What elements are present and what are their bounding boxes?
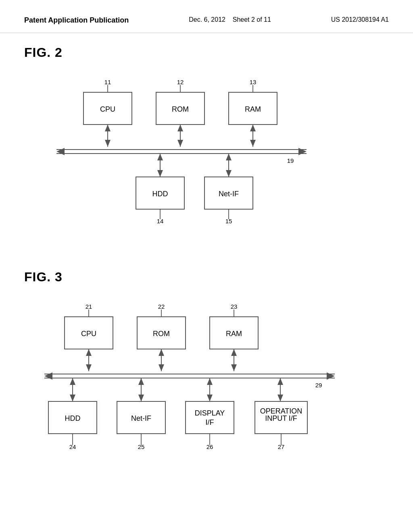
ref-19: 19	[287, 157, 294, 164]
ref-21: 21	[86, 303, 92, 310]
operation-if-label: OPERATION	[260, 407, 302, 415]
fig3-title: FIG. 3	[24, 270, 389, 285]
ram-label: RAM	[245, 105, 261, 113]
ref-22: 22	[158, 303, 165, 310]
svg-marker-51	[277, 395, 283, 401]
hdd-label: HDD	[152, 190, 168, 198]
display-if-box	[186, 401, 234, 434]
main-content: FIG. 2 11 12 13 CPU ROM RAM	[0, 33, 413, 514]
svg-marker-5	[105, 140, 111, 147]
svg-marker-39	[327, 372, 335, 380]
svg-marker-7	[177, 125, 183, 131]
svg-marker-17	[157, 154, 163, 160]
svg-marker-14	[56, 148, 65, 155]
rom-label: ROM	[172, 105, 189, 113]
fig2-diagram: 11 12 13 CPU ROM RAM	[24, 72, 327, 245]
svg-marker-29	[86, 364, 92, 371]
ref-29: 29	[315, 382, 322, 389]
fig3-diagram: 21 22 23 CPU ROM RAM	[24, 297, 367, 478]
svg-marker-48	[207, 395, 213, 401]
cpu-label-3: CPU	[81, 330, 96, 338]
fig2-title: FIG. 2	[24, 45, 389, 60]
svg-marker-38	[44, 372, 52, 380]
publication-number: US 2012/308194 A1	[331, 16, 389, 23]
svg-marker-18	[157, 170, 163, 177]
svg-marker-32	[159, 364, 164, 371]
svg-marker-4	[105, 125, 111, 131]
ram-label-3: RAM	[226, 330, 242, 338]
svg-marker-10	[250, 125, 256, 131]
svg-marker-20	[226, 154, 232, 160]
svg-marker-21	[226, 170, 232, 177]
ref-12: 12	[177, 79, 184, 85]
svg-marker-47	[207, 378, 213, 385]
svg-marker-15	[298, 148, 307, 155]
rom-label-3: ROM	[153, 330, 170, 338]
ref-23: 23	[231, 303, 238, 310]
svg-marker-50	[277, 378, 283, 385]
svg-marker-11	[250, 140, 256, 147]
operation-if-label2: INPUT I/F	[265, 414, 297, 422]
svg-marker-31	[159, 349, 164, 356]
svg-marker-42	[70, 395, 75, 401]
ref-11: 11	[104, 79, 111, 85]
display-if-label2: I/F	[206, 418, 214, 426]
cpu-label: CPU	[100, 105, 115, 113]
svg-marker-45	[138, 395, 144, 401]
sheet-number: Sheet 2 of 11	[233, 16, 271, 23]
svg-marker-8	[177, 140, 183, 147]
svg-marker-34	[231, 349, 237, 356]
netif-label-3: Net-IF	[131, 414, 151, 422]
figure-3: FIG. 3 21 22 23 CPU ROM RAM	[24, 270, 389, 478]
hdd-label-3: HDD	[65, 414, 81, 422]
svg-marker-41	[70, 378, 75, 385]
svg-marker-28	[86, 349, 92, 356]
svg-marker-44	[138, 378, 144, 385]
publication-date-sheet: Dec. 6, 2012 Sheet 2 of 11	[189, 16, 271, 23]
ref-13: 13	[250, 79, 257, 85]
page-header: Patent Application Publication Dec. 6, 2…	[0, 0, 413, 33]
display-if-label: DISPLAY	[195, 409, 225, 417]
publication-title: Patent Application Publication	[24, 16, 129, 25]
publication-date: Dec. 6, 2012	[189, 16, 225, 23]
netif-label: Net-IF	[219, 190, 239, 198]
figure-2: FIG. 2 11 12 13 CPU ROM RAM	[24, 45, 389, 245]
svg-marker-35	[231, 364, 237, 371]
